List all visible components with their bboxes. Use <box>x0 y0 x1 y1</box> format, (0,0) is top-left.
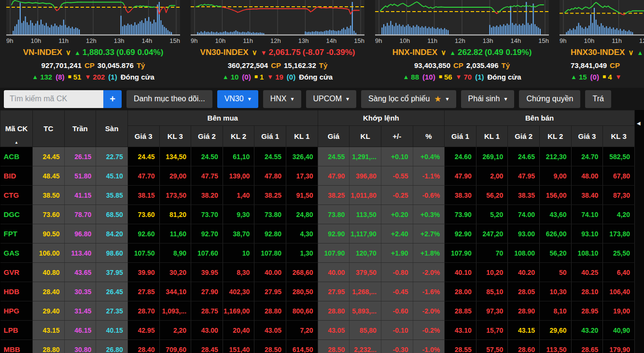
col-header[interactable]: KL 3 <box>159 126 191 147</box>
price-cell: 11,60 <box>159 224 191 244</box>
price-cell: 5,20 <box>476 205 508 224</box>
ticker-cell[interactable]: HPG <box>0 301 33 321</box>
ticker-cell[interactable]: GAS <box>0 244 33 263</box>
ticker-cell[interactable]: DGC <box>0 205 33 224</box>
price-cell: 28.90 <box>508 301 540 321</box>
price-cell: 173,80 <box>603 224 635 244</box>
price-cell: 42.95 <box>127 321 159 340</box>
price-cell: +0.10 <box>381 147 413 166</box>
price-cell: 40.20 <box>508 263 540 282</box>
axis-tick: 12h <box>455 37 465 44</box>
arrow-up-icon: ▲ <box>403 73 409 81</box>
time-axis: 9h10h11h12h13h14h15h <box>6 36 180 46</box>
col-header[interactable]: KL 2 <box>540 126 572 147</box>
stock-screener-button[interactable]: Sàng lọc cổ phiếu★▾ <box>361 90 456 108</box>
covered-warrant-button[interactable]: Chứng quyền <box>519 90 580 108</box>
col-header[interactable]: KL <box>350 126 381 147</box>
axis-tick: 11h <box>612 37 622 44</box>
tab-vn30[interactable]: VN30▾ <box>217 90 258 108</box>
price-cell: -0.25 <box>381 186 413 205</box>
ticker-cell[interactable]: BID <box>0 166 33 186</box>
price-cell: 26.80 <box>96 340 128 353</box>
price-rows: ACB24.4526.1522.7524.45134,5024.5061,102… <box>0 147 635 353</box>
add-symbol-button[interactable]: + <box>103 90 122 108</box>
axis-tick: 15h <box>538 37 549 44</box>
chevron-down-icon[interactable]: ∨ <box>628 48 633 57</box>
chevron-down-icon[interactable]: ∨ <box>252 48 257 57</box>
arrow-down-icon: ▼ <box>616 73 622 81</box>
index-panel-hnx: 9h10h11h12h13h14h15h HNX-INDEX ∨ ▲262.82… <box>373 0 551 88</box>
price-cell: 709,60 <box>159 340 191 353</box>
floor-count: (0) <box>287 73 295 81</box>
col-header[interactable]: KL 1 <box>286 126 318 147</box>
col-header-code[interactable]: Mã CK▲ <box>0 110 33 147</box>
price-cell: 78.70 <box>64 205 96 224</box>
col-header-ceiling[interactable]: Trần <box>64 110 96 147</box>
ticker-cell[interactable]: FPT <box>0 224 33 244</box>
index-name[interactable]: VN-INDEX <box>23 48 62 57</box>
collapse-left-icon[interactable]: ◀ <box>637 121 641 126</box>
chevron-down-icon[interactable]: ∨ <box>441 48 446 57</box>
price-cell: 92.60 <box>127 224 159 244</box>
price-cell: 28.70 <box>127 301 159 321</box>
index-change: (0.69 0.04%) <box>116 48 163 57</box>
search-box: + <box>4 90 122 108</box>
group-header-match: Khớp lệnh <box>318 110 445 126</box>
price-cell: 28.75 <box>191 301 223 321</box>
derivatives-button[interactable]: Phái sinh▾ <box>461 90 515 108</box>
price-cell: 96.80 <box>64 224 96 244</box>
ticker-cell[interactable]: CTG <box>0 186 33 205</box>
index-title-row: HNX30-INDEX ∨ ▲ <box>557 46 644 59</box>
price-cell: 28.05 <box>508 282 540 301</box>
price-cell: 43,60 <box>540 205 572 224</box>
index-name[interactable]: VN30-INDEX <box>200 48 249 57</box>
index-name[interactable]: HNX-INDEX <box>392 48 438 57</box>
price-cell: 10 <box>223 244 254 263</box>
price-cell: 30,20 <box>159 263 191 282</box>
value-unit: Tỷ <box>319 61 328 69</box>
price-cell: 46.15 <box>64 321 96 340</box>
watchlist-button[interactable]: Danh mục theo dõi... <box>126 90 212 108</box>
ticker-cell[interactable]: GVR <box>0 263 33 282</box>
col-header[interactable]: Giá 3 <box>127 126 159 147</box>
index-name[interactable]: HNX30-INDEX <box>571 48 625 57</box>
search-input[interactable] <box>4 90 103 108</box>
price-cell: 1,011,80 <box>350 186 381 205</box>
advancers: 15 <box>579 73 587 81</box>
button-label: Phái sinh <box>468 95 500 103</box>
price-cell: 1,117,90 <box>350 224 381 244</box>
ticker-cell[interactable]: ACB <box>0 147 33 166</box>
price-cell: 56,20 <box>540 244 572 263</box>
price-cell: 28.10 <box>571 282 603 301</box>
chevron-down-icon[interactable]: ∨ <box>66 48 71 57</box>
col-header[interactable]: % <box>413 126 445 147</box>
col-header[interactable]: Giá 2 <box>508 126 540 147</box>
col-header[interactable]: Giá 3 <box>571 126 603 147</box>
chevron-down-icon: ▾ <box>248 95 251 102</box>
col-header[interactable]: +/- <box>381 126 413 147</box>
col-header-tc[interactable]: TC <box>33 110 65 147</box>
tab-upcom[interactable]: UPCOM▾ <box>306 90 357 108</box>
col-header[interactable]: Giá 2 <box>191 126 223 147</box>
price-cell: 92.90 <box>445 224 476 244</box>
tab-hnx[interactable]: HNX▾ <box>263 90 301 108</box>
col-header[interactable]: Giá 1 <box>445 126 476 147</box>
col-header[interactable]: Giá <box>318 126 350 147</box>
price-cell: 27.95 <box>254 282 286 301</box>
ticker-cell[interactable]: HDB <box>0 282 33 301</box>
index-volume-row: 360,272,504 CP 15,162.32 Tỷ <box>188 59 367 71</box>
price-cell: 26.45 <box>96 282 128 301</box>
col-header-floor[interactable]: Sàn <box>96 110 128 147</box>
bonds-button[interactable]: Trá <box>585 90 611 108</box>
ticker-cell[interactable]: LPB <box>0 321 33 340</box>
col-header[interactable]: KL 3 <box>603 126 635 147</box>
price-cell: 280,50 <box>286 282 318 301</box>
price-cell: 28.40 <box>127 340 159 353</box>
col-header[interactable]: KL 1 <box>476 126 508 147</box>
col-header[interactable]: KL 2 <box>223 126 254 147</box>
time-axis: 9h10h11h12h13h14h15h <box>375 36 549 46</box>
price-cell: 379,50 <box>350 263 381 282</box>
ticker-cell[interactable]: MBB <box>0 340 33 353</box>
col-header[interactable]: Giá 1 <box>254 126 286 147</box>
total-value: 30,045.876 <box>98 61 134 69</box>
